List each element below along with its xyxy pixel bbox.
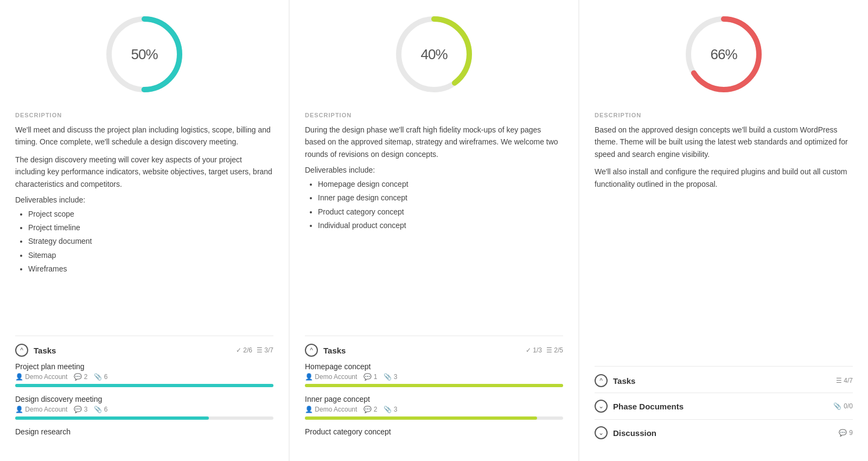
tasks-count1: ✓ 2/6 bbox=[236, 346, 252, 354]
deliverables-label: Deliverables include: bbox=[15, 195, 273, 204]
task-item: Inner page concept 👤 Demo Account 💬 2 📎 … bbox=[305, 395, 563, 420]
collapsible-header-left: ⌄ Discussion bbox=[595, 426, 656, 439]
tasks-count2: ☰ 2/5 bbox=[546, 346, 563, 354]
list-item: Product category concept bbox=[318, 205, 563, 219]
donut-chart: 66% bbox=[680, 11, 767, 98]
task-attachments: 📎 3 bbox=[384, 406, 397, 413]
collapsible-header-left: ⌄ Phase Documents bbox=[595, 400, 684, 413]
collapsible-title: Phase Documents bbox=[613, 402, 684, 411]
list-item: Project scope bbox=[28, 207, 273, 221]
tasks-header: ^ Tasks ✓ 1/3 ☰ 2/5 bbox=[305, 336, 563, 357]
task-progress-bar bbox=[15, 384, 273, 387]
task-assignee: 👤 Demo Account bbox=[15, 406, 67, 413]
task-info: 👤 Demo Account 💬 3 📎 6 bbox=[15, 406, 273, 413]
task-info: 👤 Demo Account 💬 2 📎 6 bbox=[15, 373, 273, 381]
deliverables-label: Deliverables include: bbox=[305, 166, 563, 174]
list-item: Homepage design concept bbox=[318, 178, 563, 191]
task-name: Homepage concept bbox=[305, 362, 563, 371]
description-text: During the design phase we'll craft high… bbox=[305, 124, 563, 160]
task-item: Product category concept bbox=[305, 427, 563, 438]
list-item: Sitemap bbox=[28, 249, 273, 262]
donut-chart: 40% bbox=[391, 11, 477, 98]
task-comments: 💬 2 bbox=[74, 373, 87, 381]
tasks-title: Tasks bbox=[34, 346, 56, 355]
task-progress-bar bbox=[15, 416, 273, 420]
task-name: Inner page concept bbox=[305, 395, 563, 403]
tasks-meta: ✓ 1/3 ☰ 2/5 bbox=[526, 346, 563, 354]
task-comments: 💬 1 bbox=[363, 373, 377, 381]
donut-percent: 50% bbox=[131, 46, 157, 63]
task-progress-bar bbox=[305, 416, 563, 420]
tasks-title: Tasks bbox=[323, 346, 346, 355]
tasks-toggle-icon[interactable]: ^ bbox=[15, 344, 28, 357]
description-text: The design discovery meeting will cover … bbox=[15, 154, 273, 190]
collapsible-meta-value: 0/0 bbox=[844, 402, 853, 410]
task-item: Homepage concept 👤 Demo Account 💬 1 📎 3 bbox=[305, 362, 563, 387]
donut-wrapper: 40% bbox=[305, 0, 563, 103]
task-item: Design discovery meeting 👤 Demo Account … bbox=[15, 395, 273, 420]
tasks-meta: ✓ 2/6 ☰ 3/7 bbox=[236, 346, 273, 354]
list-item: Wireframes bbox=[28, 262, 273, 276]
list-item: Strategy document bbox=[28, 235, 273, 248]
donut-wrapper: 50% bbox=[15, 0, 273, 103]
task-assignee: 👤 Demo Account bbox=[15, 373, 67, 381]
tasks-count1: ✓ 1/3 bbox=[526, 346, 542, 354]
task-info: 👤 Demo Account 💬 2 📎 3 bbox=[305, 406, 563, 413]
description-label: DESCRIPTION bbox=[305, 112, 563, 118]
tasks-header: ^ Tasks ☰ 4/7 bbox=[595, 366, 853, 387]
collapsible-meta: 📎 0/0 bbox=[833, 402, 853, 410]
deliverables-list: Homepage design conceptInner page design… bbox=[305, 178, 563, 232]
tasks-count2: ☰ 4/7 bbox=[836, 377, 853, 384]
task-assignee: 👤 Demo Account bbox=[305, 406, 357, 413]
task-info: 👤 Demo Account 💬 1 📎 3 bbox=[305, 373, 563, 381]
donut-percent: 40% bbox=[420, 46, 447, 63]
tasks-title: Tasks bbox=[613, 376, 635, 386]
collapsible-meta-icon: 💬 bbox=[839, 429, 847, 437]
task-name: Product category concept bbox=[305, 427, 563, 436]
description-text: We'll meet and discuss the project plan … bbox=[15, 124, 273, 148]
list-item: Individual product concept bbox=[318, 219, 563, 232]
task-name: Project plan meeting bbox=[15, 362, 273, 371]
description-label: DESCRIPTION bbox=[595, 112, 853, 118]
tasks-header-left: ^ Tasks bbox=[15, 344, 56, 357]
column-1: 50% DESCRIPTIONWe'll meet and discuss th… bbox=[0, 0, 289, 461]
tasks-header-left: ^ Tasks bbox=[595, 374, 635, 387]
task-progress-bar bbox=[305, 384, 563, 387]
task-item: Design research bbox=[15, 427, 273, 438]
columns-wrapper: 50% DESCRIPTIONWe'll meet and discuss th… bbox=[0, 0, 868, 461]
column-3: 66% DESCRIPTIONBased on the approved des… bbox=[579, 0, 868, 461]
task-attachments: 📎 6 bbox=[94, 373, 107, 381]
tasks-header: ^ Tasks ✓ 2/6 ☰ 3/7 bbox=[15, 336, 273, 357]
task-attachments: 📎 3 bbox=[384, 373, 397, 381]
collapsible-meta-icon: 📎 bbox=[833, 402, 841, 410]
description-label: DESCRIPTION bbox=[15, 112, 273, 118]
collapse-icon: ⌄ bbox=[595, 426, 608, 439]
description-text: Based on the approved design concepts we… bbox=[595, 124, 853, 160]
collapsible-title: Discussion bbox=[613, 428, 656, 438]
tasks-toggle-icon[interactable]: ^ bbox=[595, 374, 608, 387]
task-item: Project plan meeting 👤 Demo Account 💬 2 … bbox=[15, 362, 273, 387]
task-name: Design research bbox=[15, 427, 273, 436]
tasks-count2: ☰ 3/7 bbox=[257, 346, 273, 354]
collapsible-meta-value: 9 bbox=[849, 429, 853, 437]
tasks-toggle-icon[interactable]: ^ bbox=[305, 344, 318, 357]
task-comments: 💬 2 bbox=[363, 406, 377, 413]
donut-chart: 50% bbox=[101, 11, 188, 98]
donut-wrapper: 66% bbox=[595, 0, 853, 103]
list-item: Inner page design concept bbox=[318, 191, 563, 205]
donut-percent: 66% bbox=[710, 46, 737, 63]
tasks-header-left: ^ Tasks bbox=[305, 344, 346, 357]
collapse-icon: ⌄ bbox=[595, 400, 608, 413]
list-item: Project timeline bbox=[28, 221, 273, 235]
collapsible-section[interactable]: ⌄ Phase Documents 📎 0/0 bbox=[595, 393, 853, 419]
deliverables-list: Project scopeProject timelineStrategy do… bbox=[15, 207, 273, 276]
task-comments: 💬 3 bbox=[74, 406, 87, 413]
collapsible-meta: 💬 9 bbox=[839, 429, 853, 437]
task-assignee: 👤 Demo Account bbox=[305, 373, 357, 381]
tasks-meta: ☰ 4/7 bbox=[836, 377, 853, 384]
task-name: Design discovery meeting bbox=[15, 395, 273, 403]
column-2: 40% DESCRIPTIONDuring the design phase w… bbox=[290, 0, 578, 461]
collapsible-section[interactable]: ⌄ Discussion 💬 9 bbox=[595, 419, 853, 446]
description-text: We'll also install and configure the req… bbox=[595, 166, 853, 190]
task-attachments: 📎 6 bbox=[94, 406, 107, 413]
